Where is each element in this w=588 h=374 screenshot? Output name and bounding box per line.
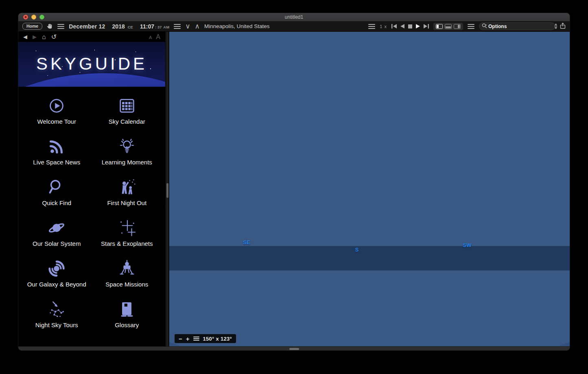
constellation-arrow-icon xyxy=(47,300,66,319)
date-menu-icon[interactable] xyxy=(57,24,64,29)
font-increase-button[interactable]: A xyxy=(156,33,160,41)
stargazers-icon xyxy=(118,178,136,197)
compass-label-se: SE xyxy=(243,239,250,245)
rss-icon xyxy=(47,137,66,156)
menu-item-night-sky-tours[interactable]: Night Sky Tours xyxy=(22,295,92,336)
title-bar: untitled1 xyxy=(18,13,570,21)
sky-view[interactable]: SE S SW − + 150° x 123° xyxy=(169,32,570,346)
search-field[interactable]: × xyxy=(479,22,555,30)
fov-control: − + 150° x 123° xyxy=(175,334,236,343)
time-speed-label[interactable]: 1 x xyxy=(380,24,387,29)
fov-value: 150° x 123° xyxy=(203,336,232,342)
step-back-button[interactable] xyxy=(400,24,404,28)
era-label: CE xyxy=(128,25,133,29)
location-display[interactable]: Minneapolis, United States xyxy=(204,23,270,29)
menu-item-sky-calendar[interactable]: Sky Calendar xyxy=(92,92,162,132)
search-input[interactable] xyxy=(488,24,553,29)
playback-menu-icon[interactable] xyxy=(368,24,375,29)
seconds-display: : 37 xyxy=(155,25,162,29)
search-icon xyxy=(482,23,487,30)
stop-button[interactable] xyxy=(408,24,412,28)
nav-refresh-icon[interactable]: ↺ xyxy=(51,34,57,40)
skip-to-end-button[interactable] xyxy=(424,24,429,28)
compass-label-s: S xyxy=(355,247,359,253)
calendar-icon xyxy=(118,96,136,115)
time-display[interactable]: 11:07 xyxy=(140,23,154,30)
menu-item-glossary[interactable]: Glossary xyxy=(92,295,162,336)
time-step-down-icon[interactable]: ∨ xyxy=(185,23,190,30)
menu-item-our-solar-system[interactable]: Our Solar System xyxy=(22,214,92,254)
window-title: untitled1 xyxy=(18,14,570,20)
menu-item-stars-exoplanets[interactable]: Stars & Exoplanets xyxy=(92,214,162,254)
toggle-left-panel-button[interactable] xyxy=(436,24,443,29)
splitter-grip[interactable] xyxy=(166,183,168,198)
menu-item-welcome-tour[interactable]: Welcome Tour xyxy=(22,92,92,132)
home-button[interactable]: Home xyxy=(22,23,42,30)
toggle-right-panel-button[interactable] xyxy=(454,24,461,29)
star-sparkles-icon xyxy=(118,219,136,237)
sidebar-menu: Welcome Tour Sky Calendar Live Space New… xyxy=(18,87,165,346)
time-menu-icon[interactable] xyxy=(174,24,181,29)
zoom-in-button[interactable]: + xyxy=(186,336,190,342)
nav-forward-button[interactable]: ▶ xyxy=(33,34,37,40)
horizon-terrain xyxy=(169,32,570,346)
magnifier-icon xyxy=(47,178,66,197)
meridiem-label: AM xyxy=(163,25,169,29)
view-menu-icon[interactable] xyxy=(468,24,474,29)
skip-to-start-button[interactable] xyxy=(391,24,397,28)
sidebar: ◀ ▶ ⌂ ↺ A A SKYGUIDE Welcome Tour xyxy=(18,32,165,346)
toolbar: Home December 12 2018 CE 11:07 : 37 AM ∨… xyxy=(18,21,570,32)
time-step-up-icon[interactable]: ∧ xyxy=(195,23,200,30)
font-decrease-button[interactable]: A xyxy=(149,35,152,40)
app-window: untitled1 Home December 12 2018 CE 11:07… xyxy=(18,13,570,351)
sidebar-nav: ◀ ▶ ⌂ ↺ A A xyxy=(18,32,165,42)
menu-item-quick-find[interactable]: Quick Find xyxy=(22,173,92,214)
zoom-out-button[interactable]: − xyxy=(179,336,182,342)
lunar-lander-icon xyxy=(118,259,136,278)
ringed-planet-icon xyxy=(47,219,66,237)
nav-home-icon[interactable]: ⌂ xyxy=(42,34,46,40)
pan-hand-icon[interactable] xyxy=(47,23,53,29)
pane-splitter[interactable] xyxy=(165,32,169,346)
fov-menu-icon[interactable] xyxy=(193,337,199,341)
status-bar xyxy=(18,346,570,350)
year-display[interactable]: 2018 xyxy=(112,23,125,30)
app-brand-title: SKYGUIDE xyxy=(18,54,165,74)
share-icon[interactable] xyxy=(560,22,566,31)
menu-item-first-night-out[interactable]: First Night Out xyxy=(92,173,162,214)
date-display[interactable]: December 12 xyxy=(69,23,105,30)
compass-label-sw: SW xyxy=(463,242,472,248)
skyguide-banner: SKYGUIDE xyxy=(18,42,165,87)
nav-back-button[interactable]: ◀ xyxy=(23,34,27,40)
menu-item-live-space-news[interactable]: Live Space News xyxy=(22,132,92,173)
clear-search-icon[interactable]: × xyxy=(555,24,557,29)
toggle-bottom-panel-button[interactable] xyxy=(445,24,452,29)
resize-grip[interactable] xyxy=(289,348,299,350)
lightbulb-icon xyxy=(118,137,136,156)
book-icon xyxy=(118,300,136,319)
menu-item-our-galaxy-beyond[interactable]: Our Galaxy & Beyond xyxy=(22,254,92,295)
menu-item-learning-moments[interactable]: Learning Moments xyxy=(92,132,162,173)
play-circle-icon xyxy=(47,96,66,115)
play-button[interactable] xyxy=(416,24,420,28)
menu-item-space-missions[interactable]: Space Missions xyxy=(92,254,162,295)
spiral-galaxy-icon xyxy=(47,259,66,278)
